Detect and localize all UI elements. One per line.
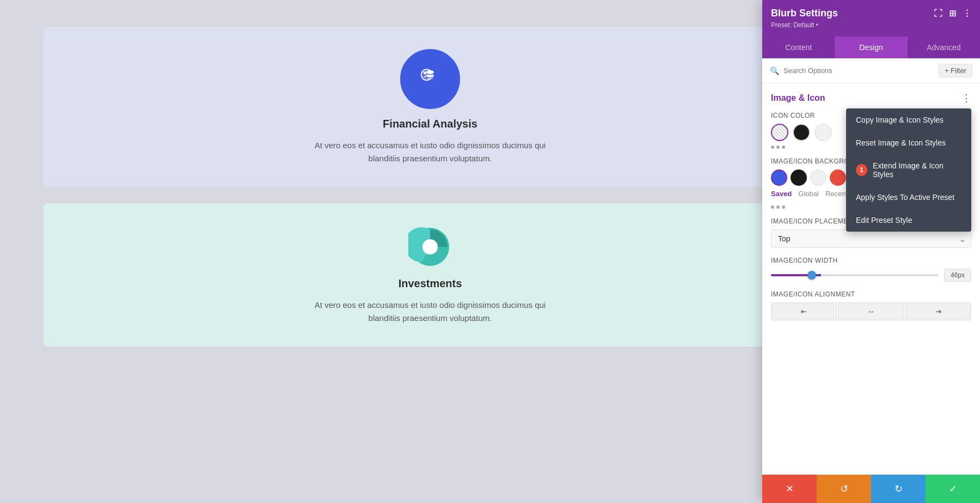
align-left-button[interactable]: ⇤ — [771, 302, 837, 320]
palette-tab-saved[interactable]: Saved — [771, 190, 792, 198]
dropdown-item[interactable]: Edit Preset Style — [846, 209, 971, 232]
palette-tab-recent[interactable]: Recent — [825, 190, 848, 198]
align-right-icon: ⇥ — [935, 307, 941, 316]
palette-blue-active[interactable] — [771, 169, 787, 186]
item-badge: 1 — [856, 164, 867, 176]
settings-panel: Blurb Settings ⛶ ⊞ ⋮ Preset: Default • C… — [762, 0, 980, 503]
cancel-icon: ✕ — [786, 483, 794, 495]
section-menu-icon[interactable]: ⋮ — [961, 93, 971, 104]
align-center-icon: ↔ — [867, 307, 874, 316]
redo-button[interactable]: ↻ — [871, 475, 926, 503]
panel-title-text: Blurb Settings — [771, 8, 838, 19]
icon-color-black[interactable] — [793, 124, 810, 141]
panel-header: Blurb Settings ⛶ ⊞ ⋮ Preset: Default • — [762, 0, 980, 37]
cancel-button[interactable]: ✕ — [762, 475, 817, 503]
panel-icon-more[interactable]: ⋮ — [963, 8, 971, 19]
dropdown-item[interactable]: Reset Image & Icon Styles — [846, 131, 971, 154]
palette-red[interactable] — [830, 169, 846, 186]
investments-title: Investments — [399, 277, 462, 290]
width-slider[interactable] — [771, 274, 939, 276]
panel-tabs: Content Design Advanced — [762, 37, 980, 58]
width-value: 46px — [944, 269, 971, 282]
financial-title: Financial Analysis — [383, 118, 477, 130]
pie-chart-icon — [408, 225, 452, 269]
icon-color-white[interactable] — [814, 124, 832, 141]
width-slider-row: 46px — [771, 269, 971, 282]
align-left-icon: ⇤ — [801, 307, 807, 316]
panel-search-bar: 🔍 + Filter — [762, 58, 980, 83]
alignment-buttons: ⇤ ↔ ⇥ — [771, 302, 971, 320]
dropdown-item[interactable]: 1Extend Image & Icon Styles — [846, 154, 971, 186]
financial-text: At vero eos et accusamus et iusto odio d… — [305, 139, 555, 165]
tab-advanced[interactable]: Advanced — [908, 37, 980, 58]
undo-button[interactable]: ↺ — [817, 475, 871, 503]
coins-icon — [416, 65, 444, 93]
panel-icon-grid[interactable]: ⊞ — [949, 8, 956, 19]
palette-tab-global[interactable]: Global — [798, 190, 819, 198]
width-label: Image/Icon Width — [771, 257, 971, 264]
undo-icon: ↺ — [840, 483, 848, 495]
save-icon: ✓ — [949, 483, 957, 495]
icon-color-swatch-default[interactable] — [771, 124, 788, 141]
align-center-button[interactable]: ↔ — [838, 302, 904, 320]
tab-content[interactable]: Content — [762, 37, 835, 58]
filter-button[interactable]: + Filter — [939, 64, 972, 77]
alignment-label: Image/Icon Alignment — [771, 290, 971, 298]
section-title: Image & Icon — [771, 93, 825, 103]
svg-point-13 — [426, 70, 434, 74]
redo-icon: ↻ — [895, 483, 903, 495]
panel-preset: Preset: Default • — [771, 21, 971, 29]
width-field: Image/Icon Width 46px — [771, 257, 971, 282]
panel-icon-screen[interactable]: ⛶ — [934, 9, 942, 19]
blurb-card-financial: Financial Analysis At vero eos et accusa… — [44, 27, 817, 187]
svg-point-15 — [422, 239, 438, 254]
image-icon-section-header: Image & Icon ⋮ Copy Image & Icon StylesR… — [771, 92, 971, 104]
panel-footer: ✕ ↺ ↻ ✓ — [762, 475, 980, 503]
search-icon: 🔍 — [770, 66, 779, 75]
blurb-card-investments: Investments At vero eos et accusamus et … — [44, 203, 817, 347]
dropdown-item[interactable]: Copy Image & Icon Styles — [846, 108, 971, 131]
dropdown-menu: Copy Image & Icon StylesReset Image & Ic… — [846, 108, 971, 232]
financial-icon-circle — [400, 49, 460, 109]
panel-body: Image & Icon ⋮ Copy Image & Icon StylesR… — [762, 83, 980, 475]
palette-white[interactable] — [810, 169, 826, 186]
placement-select[interactable]: Top — [771, 229, 971, 248]
investments-text: At vero eos et accusamus et iusto odio d… — [305, 299, 555, 325]
save-button[interactable]: ✓ — [926, 475, 980, 503]
palette-black[interactable] — [791, 169, 807, 186]
placement-select-wrapper: Top ⌄ — [771, 229, 971, 248]
tab-design[interactable]: Design — [835, 37, 907, 58]
search-input[interactable] — [783, 66, 934, 75]
dropdown-item[interactable]: Apply Styles To Active Preset — [846, 186, 971, 209]
alignment-field: Image/Icon Alignment ⇤ ↔ ⇥ — [771, 290, 971, 320]
align-right-button[interactable]: ⇥ — [905, 302, 971, 320]
